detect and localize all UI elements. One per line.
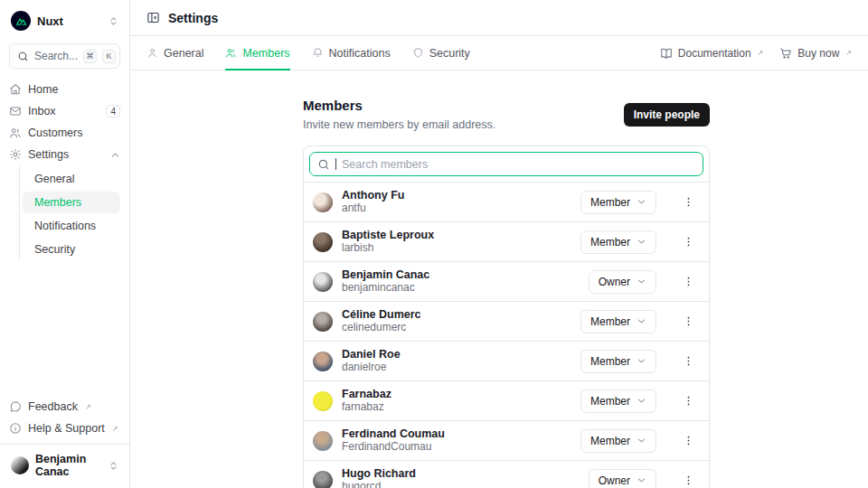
sidebar-search-placeholder: Search... <box>34 50 78 62</box>
row-menu-icon[interactable] <box>681 194 696 210</box>
member-row: Daniel Roe danielroe Member <box>304 341 709 380</box>
users-icon <box>225 47 237 59</box>
tab-security[interactable]: Security <box>412 36 470 70</box>
avatar <box>313 232 333 252</box>
users-icon <box>9 127 22 139</box>
member-row: Benjamin Canac benjamincanac Owner <box>304 261 709 301</box>
external-link-icon: ↗ <box>112 425 118 433</box>
user-menu[interactable]: Benjamin Canac <box>0 444 129 488</box>
help-support-link[interactable]: Help & Support ↗ <box>9 418 120 438</box>
member-row: Farnabaz farnabaz Member <box>304 380 709 420</box>
settings-subnav: General Members Notifications Security <box>0 166 129 260</box>
sidebar-footer: Feedback ↗ Help & Support ↗ <box>0 397 129 444</box>
main-panel: Settings General <box>130 0 868 488</box>
book-icon <box>660 47 673 60</box>
sidebar-nav: Home Inbox 4 Custome <box>0 80 129 164</box>
sidebar-item-security[interactable]: Security <box>23 239 120 260</box>
role-select[interactable]: Member <box>580 310 656 333</box>
sidebar-collapse-icon[interactable] <box>146 11 160 24</box>
row-menu-icon[interactable] <box>681 274 696 289</box>
search-members-input[interactable]: Search members <box>309 152 703 176</box>
chevron-down-icon <box>637 197 646 207</box>
chevron-down-icon <box>637 356 646 366</box>
tab-label: Notifications <box>329 47 391 60</box>
members-section-header: Members Invite new members by email addr… <box>303 98 710 131</box>
role-value: Member <box>590 196 630 209</box>
avatar <box>313 192 333 212</box>
subnav-label: Members <box>34 196 81 209</box>
chevron-down-icon <box>637 475 646 485</box>
sidebar-item-general[interactable]: General <box>23 168 120 190</box>
tab-general[interactable]: General <box>146 36 203 70</box>
inbox-count-badge: 4 <box>106 105 120 117</box>
avatar <box>313 352 333 371</box>
tab-members[interactable]: Members <box>225 36 289 70</box>
member-username: FerdinandCoumau <box>342 441 571 454</box>
section-description: Invite new members by email address. <box>303 118 624 131</box>
text-caret <box>335 158 336 170</box>
avatar <box>313 272 333 292</box>
members-card: Search members Anthony Fu antfu Member <box>303 145 710 488</box>
member-username: hugorcd <box>342 481 580 488</box>
avatar <box>313 391 333 411</box>
row-menu-icon[interactable] <box>681 314 696 329</box>
role-select[interactable]: Member <box>580 429 656 453</box>
documentation-link[interactable]: Documentation ↗ <box>660 47 763 60</box>
sidebar-item-settings[interactable]: Settings <box>9 145 120 164</box>
sidebar-search-input[interactable]: Search... ⌘ K <box>9 43 120 69</box>
row-menu-icon[interactable] <box>681 433 696 448</box>
workspace-name: Nuxt <box>37 14 102 28</box>
row-menu-icon[interactable] <box>681 393 696 408</box>
role-select[interactable]: Member <box>580 230 656 254</box>
toplink-label: Documentation <box>678 47 751 60</box>
bell-icon <box>312 47 324 59</box>
kbd-meta: ⌘ <box>83 50 97 63</box>
buy-now-link[interactable]: Buy now ↗ <box>779 47 852 60</box>
chevron-down-icon <box>637 237 646 247</box>
sidebar: Nuxt Search... ⌘ K <box>0 0 130 488</box>
sidebar-item-label: Settings <box>28 148 69 161</box>
member-row: Ferdinand Coumau FerdinandCoumau Member <box>304 420 709 460</box>
row-menu-icon[interactable] <box>681 473 696 488</box>
sidebar-item-notifications[interactable]: Notifications <box>23 215 120 237</box>
role-select[interactable]: Member <box>580 191 656 214</box>
member-row: Hugo Richard hugorcd Owner <box>304 460 709 488</box>
content-area: Members Invite new members by email addr… <box>130 70 868 488</box>
tab-notifications[interactable]: Notifications <box>312 36 391 70</box>
role-select[interactable]: Member <box>580 350 656 373</box>
avatar <box>313 312 333 332</box>
subnav-label: General <box>34 173 74 185</box>
chevron-up-down-icon <box>108 16 118 26</box>
inbox-icon <box>9 105 22 117</box>
role-select[interactable]: Owner <box>589 469 656 488</box>
sidebar-item-inbox[interactable]: Inbox 4 <box>9 101 120 121</box>
tab-label: Security <box>429 47 470 60</box>
member-name: Hugo Richard <box>342 467 580 480</box>
search-members-placeholder: Search members <box>342 158 428 171</box>
sidebar-item-members[interactable]: Members <box>23 192 120 213</box>
search-icon <box>17 51 29 62</box>
sidebar-item-label: Feedback <box>28 400 78 413</box>
member-name: Benjamin Canac <box>342 268 580 281</box>
feedback-link[interactable]: Feedback ↗ <box>9 397 120 417</box>
role-select[interactable]: Member <box>580 389 656 413</box>
invite-people-button[interactable]: Invite people <box>624 103 710 127</box>
nuxt-logo <box>11 11 31 31</box>
avatar <box>313 431 333 451</box>
member-username: danielroe <box>342 361 571 374</box>
chevron-down-icon <box>637 396 646 406</box>
member-username: celinedumerc <box>342 322 571 334</box>
workspace-switcher[interactable]: Nuxt <box>0 9 129 40</box>
member-row: Baptiste Leproux larbish Member <box>304 221 709 261</box>
sidebar-item-home[interactable]: Home <box>9 80 120 99</box>
chevron-up-icon <box>110 150 120 160</box>
gear-icon <box>9 148 22 161</box>
role-value: Owner <box>599 276 630 288</box>
external-link-icon: ↗ <box>85 403 91 411</box>
row-menu-icon[interactable] <box>681 234 696 249</box>
sidebar-item-customers[interactable]: Customers <box>9 123 120 143</box>
info-circle-icon <box>9 422 22 435</box>
member-row: Céline Dumerc celinedumerc Member <box>304 301 709 341</box>
role-select[interactable]: Owner <box>589 270 656 294</box>
row-menu-icon[interactable] <box>681 353 696 369</box>
